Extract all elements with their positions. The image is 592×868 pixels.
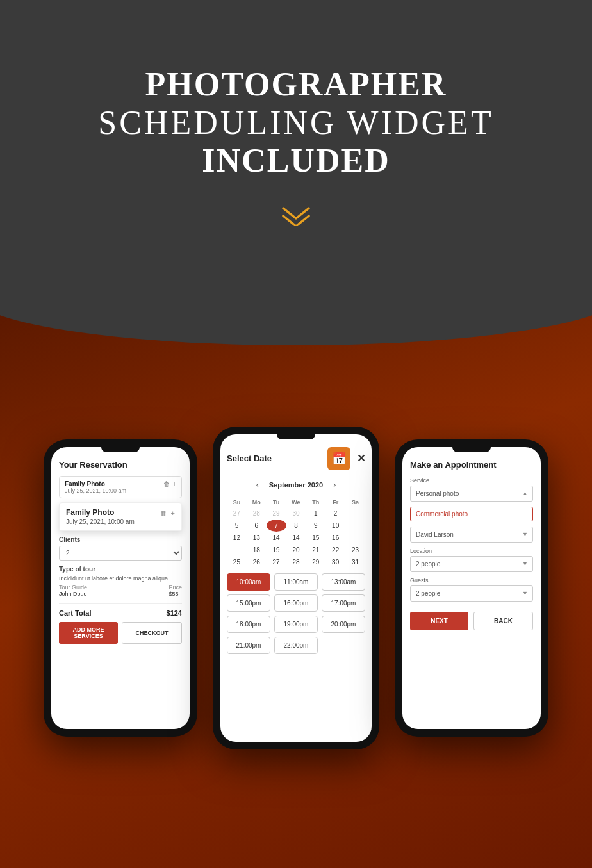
month-label: September 2020 bbox=[269, 481, 323, 489]
close-button[interactable]: ✕ bbox=[357, 452, 365, 464]
res-item-date: July 25, 2021, 10:00 am bbox=[65, 487, 126, 494]
cal-day[interactable]: 19 bbox=[267, 544, 286, 556]
calendar-grid: Su Mo Tu We Th Fr Sa 27 bbox=[227, 497, 365, 568]
cal-day[interactable]: 8 bbox=[286, 520, 306, 532]
service-select-wrap: Personal photo ▲ bbox=[410, 486, 533, 502]
cal-day-today[interactable]: 7 bbox=[267, 520, 286, 532]
provider-select-wrap: David Larson ▼ bbox=[410, 527, 533, 543]
time-slot-2100[interactable]: 21:00pm bbox=[227, 637, 270, 654]
cart-label: Cart Total bbox=[59, 609, 92, 617]
cal-day[interactable]: 27 bbox=[267, 556, 286, 568]
reservation-title: Your Reservation bbox=[59, 460, 182, 470]
cal-day[interactable]: 28 bbox=[247, 507, 267, 520]
service-select[interactable]: Personal photo bbox=[410, 486, 533, 502]
service-highlight[interactable]: Commercial photo bbox=[410, 507, 533, 521]
cal-day[interactable]: 18 bbox=[247, 544, 267, 556]
res-btn-row: ADD MORE SERVICES CHECKOUT bbox=[59, 622, 182, 644]
cal-day[interactable]: 12 bbox=[227, 532, 247, 544]
popup-plus-icon[interactable]: + bbox=[171, 509, 175, 517]
cal-day[interactable]: 13 bbox=[247, 532, 267, 544]
cal-day[interactable]: 2 bbox=[325, 507, 345, 520]
time-slot-1300[interactable]: 13:00am bbox=[322, 573, 365, 591]
res-popup: 🗑 + Family Photo July 25, 2021, 10:00 am bbox=[59, 502, 182, 531]
time-slot-1600[interactable]: 16:00pm bbox=[274, 594, 318, 612]
appt-title: Make an Appointment bbox=[410, 460, 533, 470]
cal-day[interactable]: 15 bbox=[306, 532, 325, 544]
prev-month-button[interactable]: ‹ bbox=[256, 480, 259, 489]
time-slot-1800[interactable]: 18:00pm bbox=[227, 616, 270, 633]
guide-label: Tour Guide bbox=[59, 584, 87, 591]
cal-day[interactable]: 14 bbox=[286, 532, 306, 544]
time-slot-2000[interactable]: 20:00pm bbox=[322, 616, 365, 633]
cal-day[interactable] bbox=[345, 507, 365, 520]
time-slot-1100[interactable]: 11:00am bbox=[274, 573, 318, 591]
cart-total-row: Cart Total $124 bbox=[59, 603, 182, 617]
cal-header: Select Date 📅 ✕ bbox=[227, 447, 365, 470]
cal-day[interactable] bbox=[227, 544, 247, 556]
appointment-screen: Make an Appointment Service Personal pho… bbox=[402, 447, 541, 638]
guests-select-wrap: 2 people ▼ bbox=[410, 585, 533, 602]
cal-day[interactable]: 21 bbox=[306, 544, 325, 556]
cal-day[interactable]: 1 bbox=[306, 507, 325, 520]
next-month-button[interactable]: › bbox=[333, 480, 336, 489]
res-popup-actions: 🗑 + bbox=[160, 509, 175, 517]
next-button[interactable]: NEXT bbox=[410, 612, 468, 630]
hero-line1: PHOTOGRAPHER bbox=[145, 66, 447, 102]
cal-day[interactable]: 29 bbox=[267, 507, 286, 520]
hero-line2: SCHEDULING WIDGET bbox=[98, 104, 493, 141]
cal-day[interactable]: 22 bbox=[325, 544, 345, 556]
time-slot-1000[interactable]: 10:00am bbox=[227, 573, 270, 591]
cal-day[interactable]: 20 bbox=[286, 544, 306, 556]
cal-day[interactable] bbox=[345, 532, 365, 544]
cal-day[interactable]: 10 bbox=[325, 520, 345, 532]
cal-day[interactable]: 5 bbox=[227, 520, 247, 532]
cal-day[interactable]: 29 bbox=[306, 556, 325, 568]
phone2-notch bbox=[277, 434, 315, 439]
checkout-button[interactable]: CHECKOUT bbox=[122, 622, 182, 644]
day-fr: Fr bbox=[325, 497, 345, 507]
hero-title: PHOTOGRAPHER SCHEDULING WIDGET INCLUDED bbox=[98, 65, 493, 180]
wave-divider bbox=[0, 294, 592, 345]
phones-container: Your Reservation Family Photo July 25, 2… bbox=[44, 439, 548, 749]
back-button[interactable]: BACK bbox=[473, 612, 533, 630]
price-value: $55 bbox=[169, 591, 182, 597]
phone-appointment: Make an Appointment Service Personal pho… bbox=[395, 439, 548, 737]
cal-day[interactable]: 31 bbox=[345, 556, 365, 568]
cal-day[interactable]: 16 bbox=[325, 532, 345, 544]
time-slot-1500[interactable]: 15:00pm bbox=[227, 594, 270, 612]
location-label: Location bbox=[410, 548, 533, 554]
time-slot-1700[interactable]: 17:00pm bbox=[322, 594, 365, 612]
hero-line3: INCLUDED bbox=[202, 142, 390, 179]
provider-select[interactable]: David Larson bbox=[410, 527, 533, 543]
cal-day[interactable]: 30 bbox=[286, 507, 306, 520]
res-item-box: Family Photo July 25, 2021, 10:00 am 🗑 + bbox=[59, 476, 182, 498]
day-sa: Sa bbox=[345, 497, 365, 507]
day-th: Th bbox=[306, 497, 325, 507]
time-slot-1900[interactable]: 19:00pm bbox=[274, 616, 318, 633]
phone-calendar: Select Date 📅 ✕ ‹ September 2020 › bbox=[213, 427, 379, 749]
cal-day[interactable]: 28 bbox=[286, 556, 306, 568]
location-select[interactable]: 2 people bbox=[410, 556, 533, 572]
clients-select[interactable]: 2 bbox=[59, 546, 182, 561]
cal-day[interactable]: 30 bbox=[325, 556, 345, 568]
add-services-button[interactable]: ADD MORE SERVICES bbox=[59, 622, 118, 644]
cal-day[interactable]: 27 bbox=[227, 507, 247, 520]
day-we: We bbox=[286, 497, 306, 507]
cal-day[interactable]: 14 bbox=[267, 532, 286, 544]
tour-type-desc: Incididunt ut labore et dolore magna ali… bbox=[59, 575, 182, 582]
reservation-screen: Your Reservation Family Photo July 25, 2… bbox=[51, 447, 190, 651]
cal-day[interactable]: 6 bbox=[247, 520, 267, 532]
month-nav: ‹ September 2020 › bbox=[227, 477, 365, 493]
appt-btn-row: NEXT BACK bbox=[410, 612, 533, 630]
service-label: Service bbox=[410, 477, 533, 484]
cal-day[interactable]: 9 bbox=[306, 520, 325, 532]
res-item-actions: 🗑 + bbox=[163, 480, 176, 487]
guests-select[interactable]: 2 people bbox=[410, 585, 533, 602]
res-popup-date: July 25, 2021, 10:00 am bbox=[66, 518, 175, 525]
cal-day[interactable]: 23 bbox=[345, 544, 365, 556]
cal-day[interactable] bbox=[345, 520, 365, 532]
cal-day[interactable]: 26 bbox=[247, 556, 267, 568]
cal-day[interactable]: 25 bbox=[227, 556, 247, 568]
day-tu: Tu bbox=[267, 497, 286, 507]
time-slot-2200[interactable]: 22:00pm bbox=[274, 637, 318, 654]
